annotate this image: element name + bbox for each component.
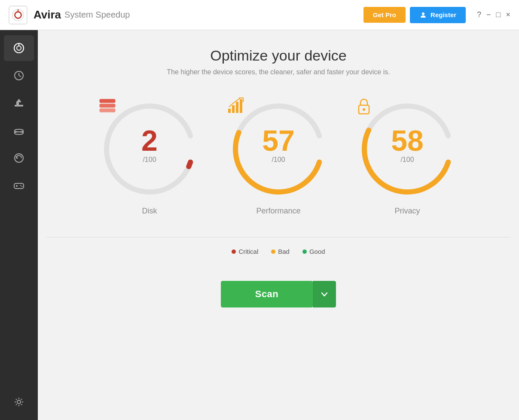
good-label: Good <box>309 248 325 255</box>
bad-label: Bad <box>278 248 290 255</box>
disk-gauge: 2 /100 Disk <box>98 97 201 216</box>
svg-point-21 <box>20 185 21 186</box>
app-name: Avira <box>34 8 61 21</box>
disk-outof: /100 <box>143 156 156 164</box>
svg-rect-18 <box>14 183 24 189</box>
svg-point-1 <box>15 12 21 18</box>
app-logo <box>9 6 27 24</box>
svg-rect-27 <box>100 104 115 107</box>
close-button[interactable]: × <box>506 10 510 19</box>
performance-outof: /100 <box>272 156 285 164</box>
sidebar-item-backup[interactable] <box>4 145 34 171</box>
scan-button[interactable]: Scan <box>221 281 313 307</box>
svg-rect-10 <box>15 105 23 107</box>
privacy-gauge-wrapper: 58 /100 <box>356 97 459 201</box>
app-subtitle: System Speedup <box>64 10 130 20</box>
page-subtitle: The higher the device scores, the cleane… <box>167 68 390 76</box>
svg-rect-26 <box>100 99 115 103</box>
performance-gauge-center: 57 /100 <box>227 97 330 201</box>
sidebar-item-scheduler[interactable] <box>4 63 34 88</box>
scan-dropdown-button[interactable] <box>313 281 336 307</box>
page-title: Optimize your device <box>210 47 346 64</box>
good-dot <box>302 250 307 254</box>
privacy-gauge: 58 /100 Privacy <box>356 97 459 216</box>
legend-good: Good <box>302 248 325 255</box>
sidebar-item-disk[interactable] <box>4 118 34 143</box>
main-layout: Optimize your device The higher the devi… <box>0 30 519 420</box>
performance-gauge-wrapper: 57 /100 <box>227 97 330 201</box>
svg-marker-12 <box>16 99 21 102</box>
sidebar-item-home[interactable] <box>4 35 34 61</box>
bad-dot <box>271 250 275 254</box>
scan-button-group[interactable]: Scan <box>221 281 336 307</box>
svg-point-22 <box>21 186 22 187</box>
content-area: Optimize your device The higher the devi… <box>38 30 519 420</box>
sidebar-item-startup[interactable] <box>4 90 34 116</box>
help-button[interactable]: ? <box>477 10 481 19</box>
settings-icon <box>13 396 25 408</box>
divider <box>46 237 510 237</box>
svg-point-5 <box>17 46 21 50</box>
sidebar-item-settings[interactable] <box>4 389 34 415</box>
sidebar-item-games[interactable] <box>4 173 34 198</box>
privacy-label: Privacy <box>394 207 420 216</box>
svg-rect-33 <box>236 102 238 113</box>
games-icon <box>13 180 25 192</box>
chevron-down-icon <box>321 290 328 298</box>
window-controls: ? − □ × <box>477 10 510 19</box>
register-button[interactable]: Register <box>410 7 466 23</box>
gauges-row: 2 /100 Disk <box>98 97 459 216</box>
performance-label: Performance <box>256 207 300 216</box>
svg-point-14 <box>15 129 23 132</box>
svg-point-23 <box>17 400 21 404</box>
disk-icon <box>13 125 25 137</box>
critical-label: Critical <box>238 248 258 255</box>
legend-critical: Critical <box>232 248 258 255</box>
performance-score: 57 <box>262 126 295 155</box>
disk-score: 2 <box>141 126 158 155</box>
maximize-button[interactable]: □ <box>496 10 501 19</box>
critical-dot <box>232 250 236 254</box>
privacy-gauge-center: 58 /100 <box>356 97 459 201</box>
svg-point-38 <box>363 108 365 111</box>
user-icon <box>419 11 427 19</box>
get-pro-button[interactable]: Get Pro <box>363 7 406 23</box>
svg-rect-31 <box>228 109 231 113</box>
startup-icon <box>13 97 25 109</box>
minimize-button[interactable]: − <box>486 10 491 19</box>
home-icon <box>13 42 25 54</box>
svg-point-3 <box>422 12 424 15</box>
privacy-outof: /100 <box>400 156 414 164</box>
backup-icon <box>13 152 25 164</box>
clock-icon <box>13 70 25 82</box>
disk-label: Disk <box>142 207 157 216</box>
disk-gauge-center: 2 /100 <box>98 97 201 201</box>
legend: Critical Bad Good <box>232 248 325 255</box>
svg-rect-32 <box>232 105 235 113</box>
legend-bad: Bad <box>271 248 290 255</box>
disk-gauge-wrapper: 2 /100 <box>98 97 201 201</box>
sidebar <box>0 30 38 420</box>
performance-gauge: 57 /100 <box>227 97 330 216</box>
privacy-score: 58 <box>391 126 424 155</box>
svg-line-9 <box>19 76 21 77</box>
svg-rect-28 <box>100 109 115 112</box>
titlebar: Avira System Speedup Get Pro Register ? … <box>0 0 519 30</box>
titlebar-actions: Get Pro Register ? − □ × <box>363 7 510 23</box>
svg-rect-34 <box>240 99 242 113</box>
